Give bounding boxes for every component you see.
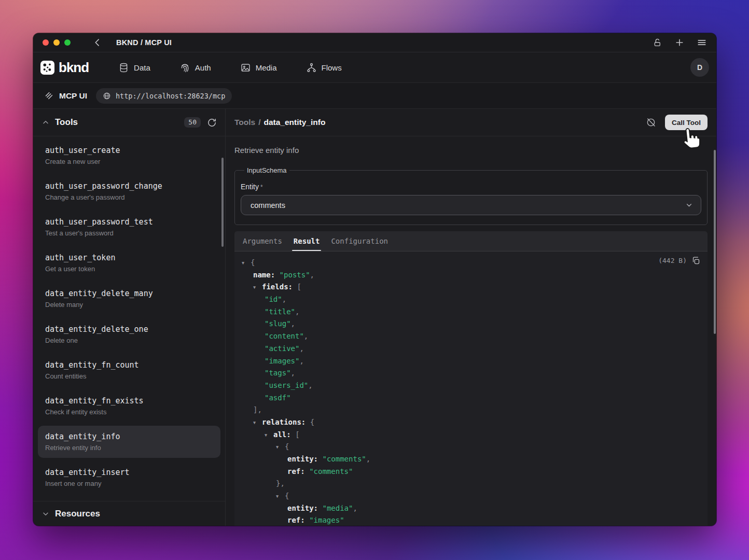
tool-description: Insert one or many bbox=[45, 479, 213, 488]
collapse-arrow-icon[interactable]: ▼ bbox=[265, 429, 273, 442]
tool-list: auth_user_createCreate a new userauth_us… bbox=[33, 136, 225, 501]
brand-logo[interactable]: bknd bbox=[40, 60, 89, 76]
breadcrumb-parent[interactable]: Tools bbox=[234, 118, 255, 127]
slash-circle-icon[interactable] bbox=[646, 117, 656, 128]
json-line: ▼{ bbox=[234, 441, 708, 453]
tools-count-badge: 50 bbox=[184, 117, 201, 128]
chevron-down-icon[interactable] bbox=[41, 510, 50, 518]
entity-select-value: comments bbox=[251, 201, 285, 209]
nav-item-flows[interactable]: Flows bbox=[306, 62, 342, 73]
breadcrumb: Tools / data_entity_info bbox=[234, 118, 325, 127]
result-size-label: (442 B) bbox=[658, 257, 687, 264]
server-url-pill[interactable]: http://localhost:28623/mcp bbox=[96, 88, 232, 104]
bknd-logo-icon bbox=[40, 61, 54, 75]
refresh-icon[interactable] bbox=[207, 118, 217, 128]
json-line: "content", bbox=[234, 330, 708, 343]
json-line: ▼relations: { bbox=[234, 416, 708, 429]
tool-list-item[interactable]: auth_user_createCreate a new user bbox=[38, 139, 220, 172]
breadcrumb-separator: / bbox=[258, 118, 260, 127]
tool-description: Create a new user bbox=[45, 157, 213, 166]
back-icon[interactable] bbox=[92, 37, 103, 48]
tab-result[interactable]: Result bbox=[294, 231, 320, 251]
tools-sidebar: Tools 50 auth_user_createCreate a new us… bbox=[33, 109, 226, 526]
input-schema-fieldset: InputSchema Entity* comments bbox=[234, 166, 708, 225]
json-line: ▼{ bbox=[234, 257, 708, 269]
tool-list-item[interactable]: data_entity_delete_manyDelete many bbox=[38, 283, 220, 315]
json-line: ref: "images" bbox=[234, 514, 708, 526]
tab-configuration[interactable]: Configuration bbox=[331, 231, 388, 251]
mcp-ui-title: MCP UI bbox=[59, 91, 87, 101]
tags-icon bbox=[44, 91, 54, 101]
tool-name: auth_user_password_change bbox=[45, 181, 213, 191]
json-line: ], bbox=[234, 404, 708, 416]
nav-item-media[interactable]: Media bbox=[240, 62, 277, 73]
nav-item-data[interactable]: Data bbox=[118, 62, 150, 73]
json-line: name: "posts", bbox=[234, 269, 708, 282]
collapse-arrow-icon[interactable]: ▼ bbox=[253, 282, 262, 294]
input-schema-legend: InputSchema bbox=[244, 166, 289, 174]
close-window-button[interactable] bbox=[43, 39, 49, 46]
nav-label: Auth bbox=[195, 63, 211, 72]
main-scrollbar[interactable] bbox=[714, 150, 716, 334]
tool-list-item[interactable]: auth_user_password_changeChange a user's… bbox=[38, 175, 220, 207]
new-tab-icon[interactable] bbox=[674, 37, 685, 48]
brand-wordmark: bknd bbox=[59, 60, 89, 76]
collapse-arrow-icon[interactable]: ▼ bbox=[253, 417, 262, 429]
globe-icon bbox=[103, 92, 111, 100]
titlebar: BKND / MCP UI bbox=[33, 33, 716, 52]
entity-select[interactable]: comments bbox=[241, 195, 701, 215]
nav-menu: Data Auth Media Flows bbox=[118, 62, 342, 73]
tools-section-header[interactable]: Tools 50 bbox=[33, 109, 225, 136]
tool-name: auth_user_create bbox=[45, 145, 213, 156]
nav-item-auth[interactable]: Auth bbox=[179, 62, 211, 73]
tool-name: data_entity_delete_many bbox=[45, 288, 213, 299]
tool-list-item[interactable]: data_entity_infoRetrieve entity info bbox=[38, 426, 220, 458]
tool-description: Delete many bbox=[45, 300, 213, 309]
json-line: entity: "media", bbox=[234, 502, 708, 515]
tool-description: Change a user's password bbox=[45, 193, 213, 202]
chevron-up-icon[interactable] bbox=[41, 118, 50, 127]
json-line: "users_id", bbox=[234, 380, 708, 392]
collapse-arrow-icon[interactable]: ▼ bbox=[276, 441, 285, 454]
top-navbar: bknd Data Auth Media bbox=[33, 52, 716, 83]
minimize-window-button[interactable] bbox=[53, 39, 60, 46]
json-result-view: (442 B) ▼{name: "posts",▼fields: ["id","… bbox=[234, 251, 708, 526]
avatar[interactable]: D bbox=[690, 58, 709, 77]
image-icon bbox=[240, 62, 251, 73]
json-line: "tags", bbox=[234, 367, 708, 380]
tool-name: data_entity_insert bbox=[45, 467, 213, 478]
content-area: Tools 50 auth_user_createCreate a new us… bbox=[33, 109, 716, 526]
json-line: "images", bbox=[234, 355, 708, 368]
tool-list-item[interactable]: auth_user_tokenGet a user token bbox=[38, 247, 220, 279]
fingerprint-icon bbox=[179, 62, 190, 73]
resources-section-header[interactable]: Resources bbox=[33, 501, 225, 526]
window-title: BKND / MCP UI bbox=[116, 38, 172, 47]
tool-description: Check if entity exists bbox=[45, 408, 213, 416]
collapse-arrow-icon[interactable]: ▼ bbox=[276, 491, 285, 503]
tool-list-item[interactable]: data_entity_fn_countCount entities bbox=[38, 354, 220, 386]
copy-icon[interactable] bbox=[691, 256, 700, 265]
tool-list-item[interactable]: auth_user_password_testTest a user's pas… bbox=[38, 211, 220, 243]
sidebar-scrollbar[interactable] bbox=[221, 158, 224, 247]
lock-open-icon[interactable] bbox=[653, 38, 662, 48]
required-marker: * bbox=[260, 184, 263, 191]
menu-icon[interactable] bbox=[697, 37, 707, 48]
tool-detail-body: Retrieve entity info InputSchema Entity*… bbox=[226, 136, 716, 526]
chevron-down-icon bbox=[685, 201, 693, 209]
tool-list-item[interactable]: data_entity_delete_oneDelete one bbox=[38, 318, 220, 351]
breadcrumb-current: data_entity_info bbox=[264, 118, 326, 127]
tool-name: data_entity_fn_count bbox=[45, 360, 213, 370]
json-line: "asdf" bbox=[234, 392, 708, 404]
zoom-window-button[interactable] bbox=[64, 39, 71, 46]
tool-list-item[interactable]: data_entity_fn_existsCheck if entity exi… bbox=[38, 390, 220, 422]
database-icon bbox=[118, 62, 129, 73]
nav-label: Media bbox=[256, 63, 277, 72]
nav-label: Flows bbox=[322, 63, 342, 72]
flow-icon bbox=[306, 62, 317, 73]
tool-list-item[interactable]: data_entity_insertInsert one or many bbox=[38, 461, 220, 494]
result-card: Arguments Result Configuration (442 B) ▼… bbox=[234, 231, 708, 526]
collapse-arrow-icon[interactable]: ▼ bbox=[242, 257, 251, 270]
tool-name: auth_user_token bbox=[45, 253, 213, 263]
mcp-bar: MCP UI http://localhost:28623/mcp bbox=[33, 83, 716, 109]
tab-arguments[interactable]: Arguments bbox=[243, 231, 282, 251]
